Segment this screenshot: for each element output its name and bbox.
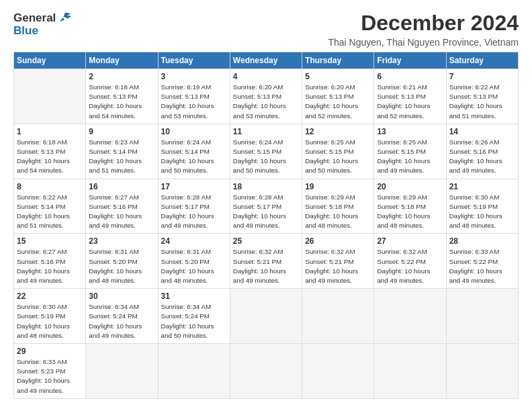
day-number: 3 (161, 72, 227, 81)
calendar-cell: 29Sunrise: 6:33 AMSunset: 5:23 PMDayligh… (14, 344, 86, 399)
calendar-cell: 18Sunrise: 6:28 AMSunset: 5:17 PMDayligh… (230, 179, 302, 234)
day-info: Sunrise: 6:33 AMSunset: 5:22 PMDaylight:… (449, 247, 515, 285)
day-number: 1 (17, 127, 83, 136)
day-number: 12 (305, 127, 371, 136)
calendar-cell: 21Sunrise: 6:30 AMSunset: 5:19 PMDayligh… (446, 179, 518, 234)
logo-bird-icon (57, 11, 72, 26)
day-number: 7 (449, 72, 515, 81)
calendar-cell (446, 344, 518, 399)
day-number: 10 (161, 127, 227, 136)
calendar-dow-wednesday: Wednesday (230, 52, 302, 69)
calendar-cell: 8Sunrise: 6:22 AMSunset: 5:14 PMDaylight… (14, 179, 86, 234)
calendar-cell: 14Sunrise: 6:26 AMSunset: 5:16 PMDayligh… (446, 124, 518, 179)
logo: General Blue (13, 11, 72, 38)
logo-blue: Blue (13, 24, 72, 38)
day-number: 28 (449, 236, 515, 246)
day-info: Sunrise: 6:34 AMSunset: 5:24 PMDaylight:… (161, 302, 227, 340)
calendar-cell: 27Sunrise: 6:32 AMSunset: 5:22 PMDayligh… (374, 234, 446, 289)
day-number: 20 (377, 182, 443, 191)
day-info: Sunrise: 6:29 AMSunset: 5:18 PMDaylight:… (377, 193, 443, 231)
calendar-cell: 19Sunrise: 6:29 AMSunset: 5:18 PMDayligh… (302, 179, 374, 234)
day-info: Sunrise: 6:18 AMSunset: 5:13 PMDaylight:… (89, 83, 154, 121)
day-info: Sunrise: 6:34 AMSunset: 5:24 PMDaylight:… (89, 302, 154, 340)
calendar-cell: 9Sunrise: 6:23 AMSunset: 5:14 PMDaylight… (86, 124, 158, 179)
calendar-dow-tuesday: Tuesday (158, 52, 230, 69)
day-number: 5 (305, 72, 371, 81)
day-number: 4 (233, 72, 299, 81)
page-title: December 2024 (328, 11, 519, 36)
calendar-week-1: 2Sunrise: 6:18 AMSunset: 5:13 PMDaylight… (14, 69, 519, 124)
calendar-cell (158, 344, 230, 399)
calendar-cell (86, 344, 158, 399)
calendar-cell: 26Sunrise: 6:32 AMSunset: 5:21 PMDayligh… (302, 234, 374, 289)
calendar-cell (374, 289, 446, 344)
calendar-table: SundayMondayTuesdayWednesdayThursdayFrid… (13, 52, 519, 399)
calendar-dow-sunday: Sunday (14, 52, 86, 69)
calendar-cell: 11Sunrise: 6:24 AMSunset: 5:15 PMDayligh… (230, 124, 302, 179)
calendar-cell: 16Sunrise: 6:27 AMSunset: 5:16 PMDayligh… (86, 179, 158, 234)
day-info: Sunrise: 6:32 AMSunset: 5:22 PMDaylight:… (377, 247, 443, 285)
day-info: Sunrise: 6:28 AMSunset: 5:17 PMDaylight:… (233, 193, 299, 231)
day-info: Sunrise: 6:28 AMSunset: 5:17 PMDaylight:… (161, 193, 227, 231)
day-number: 27 (377, 236, 443, 246)
day-info: Sunrise: 6:21 AMSunset: 5:13 PMDaylight:… (377, 83, 443, 121)
calendar-cell: 25Sunrise: 6:32 AMSunset: 5:21 PMDayligh… (230, 234, 302, 289)
day-info: Sunrise: 6:26 AMSunset: 5:16 PMDaylight:… (449, 138, 515, 176)
calendar-cell: 6Sunrise: 6:21 AMSunset: 5:13 PMDaylight… (374, 69, 446, 124)
calendar-dow-monday: Monday (86, 52, 158, 69)
day-number: 8 (17, 182, 83, 191)
day-info: Sunrise: 6:32 AMSunset: 5:21 PMDaylight:… (305, 247, 371, 285)
calendar-cell: 20Sunrise: 6:29 AMSunset: 5:18 PMDayligh… (374, 179, 446, 234)
calendar-cell (230, 344, 302, 399)
page-subtitle: Thai Nguyen, Thai Nguyen Province, Vietn… (328, 37, 519, 48)
day-info: Sunrise: 6:25 AMSunset: 5:15 PMDaylight:… (305, 138, 371, 176)
day-number: 16 (89, 182, 154, 191)
calendar-cell: 12Sunrise: 6:25 AMSunset: 5:15 PMDayligh… (302, 124, 374, 179)
day-info: Sunrise: 6:30 AMSunset: 5:19 PMDaylight:… (17, 302, 83, 340)
day-info: Sunrise: 6:23 AMSunset: 5:14 PMDaylight:… (89, 138, 154, 176)
logo-general: General (13, 11, 56, 25)
day-number: 18 (233, 182, 299, 191)
day-info: Sunrise: 6:27 AMSunset: 5:16 PMDaylight:… (89, 193, 154, 231)
calendar-cell: 30Sunrise: 6:34 AMSunset: 5:24 PMDayligh… (86, 289, 158, 344)
day-info: Sunrise: 6:24 AMSunset: 5:14 PMDaylight:… (161, 138, 227, 176)
calendar-cell: 15Sunrise: 6:27 AMSunset: 5:16 PMDayligh… (14, 234, 86, 289)
day-number: 13 (377, 127, 443, 136)
calendar-cell: 13Sunrise: 6:25 AMSunset: 5:15 PMDayligh… (374, 124, 446, 179)
day-info: Sunrise: 6:31 AMSunset: 5:20 PMDaylight:… (161, 247, 227, 285)
day-info: Sunrise: 6:29 AMSunset: 5:18 PMDaylight:… (305, 193, 371, 231)
day-info: Sunrise: 6:31 AMSunset: 5:20 PMDaylight:… (89, 247, 154, 285)
calendar-cell: 10Sunrise: 6:24 AMSunset: 5:14 PMDayligh… (158, 124, 230, 179)
day-number: 9 (89, 127, 154, 136)
calendar-cell: 5Sunrise: 6:20 AMSunset: 5:13 PMDaylight… (302, 69, 374, 124)
day-info: Sunrise: 6:32 AMSunset: 5:21 PMDaylight:… (233, 247, 299, 285)
calendar-cell: 22Sunrise: 6:30 AMSunset: 5:19 PMDayligh… (14, 289, 86, 344)
calendar-dow-friday: Friday (374, 52, 446, 69)
day-number: 17 (161, 182, 227, 191)
day-number: 11 (233, 127, 299, 136)
day-number: 2 (89, 72, 154, 81)
page-container: General Blue December 2024 Thai Nguyen, … (0, 0, 532, 406)
calendar-cell (230, 289, 302, 344)
day-number: 14 (449, 127, 515, 136)
day-info: Sunrise: 6:22 AMSunset: 5:14 PMDaylight:… (17, 193, 83, 231)
day-number: 15 (17, 236, 83, 246)
day-number: 31 (161, 291, 227, 301)
day-info: Sunrise: 6:24 AMSunset: 5:15 PMDaylight:… (233, 138, 299, 176)
day-number: 26 (305, 236, 371, 246)
calendar-cell (446, 289, 518, 344)
day-info: Sunrise: 6:18 AMSunset: 5:13 PMDaylight:… (17, 138, 83, 176)
calendar-cell: 31Sunrise: 6:34 AMSunset: 5:24 PMDayligh… (158, 289, 230, 344)
calendar-week-6: 29Sunrise: 6:33 AMSunset: 5:23 PMDayligh… (14, 344, 519, 399)
calendar-cell: 17Sunrise: 6:28 AMSunset: 5:17 PMDayligh… (158, 179, 230, 234)
calendar-cell: 4Sunrise: 6:20 AMSunset: 5:13 PMDaylight… (230, 69, 302, 124)
calendar-cell: 24Sunrise: 6:31 AMSunset: 5:20 PMDayligh… (158, 234, 230, 289)
calendar-dow-saturday: Saturday (446, 52, 518, 69)
day-number: 25 (233, 236, 299, 246)
calendar-week-2: 1Sunrise: 6:18 AMSunset: 5:13 PMDaylight… (14, 124, 519, 179)
calendar-week-3: 8Sunrise: 6:22 AMSunset: 5:14 PMDaylight… (14, 179, 519, 234)
calendar-cell (374, 344, 446, 399)
header: General Blue December 2024 Thai Nguyen, … (13, 11, 519, 48)
calendar-cell: 23Sunrise: 6:31 AMSunset: 5:20 PMDayligh… (86, 234, 158, 289)
calendar-dow-thursday: Thursday (302, 52, 374, 69)
